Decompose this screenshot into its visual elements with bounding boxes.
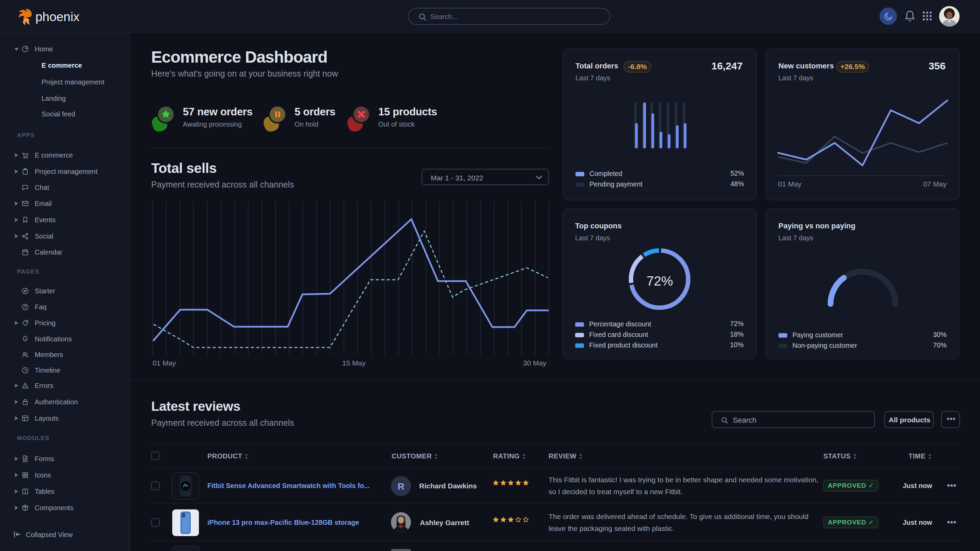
svg-text:R: R [398, 481, 404, 492]
